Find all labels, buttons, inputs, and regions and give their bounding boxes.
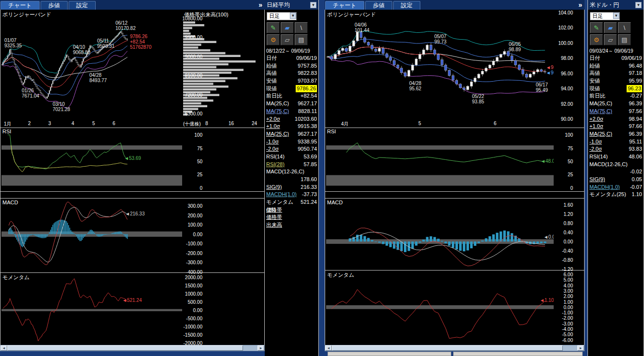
symbol-selector-left[interactable]: 日経平均 ▼	[265, 0, 318, 10]
tab-settings-right[interactable]: 設定	[393, 1, 420, 10]
info-value: -0.07	[630, 184, 642, 191]
indicator-link[interactable]: MA(25,C)	[266, 130, 289, 138]
info-row: 高値97.18	[588, 70, 644, 77]
indicator-link[interactable]: MACDH(1.0)	[589, 184, 620, 191]
print-tool[interactable]: ▤	[618, 34, 631, 45]
macd-chart-left[interactable]	[1, 200, 182, 272]
y-axis-tick: 300.00	[187, 203, 202, 209]
symbol-selector-right[interactable]: 米ドル・円 ▼	[588, 0, 644, 10]
info-label: モメンタム(25)	[589, 191, 626, 199]
h-scrollbar-left[interactable]: ◄ ►	[0, 345, 265, 351]
rsi-chart-right[interactable]	[326, 134, 554, 189]
info-row: 前日比-0.27	[588, 92, 644, 100]
eraser-tool[interactable]: ▱	[604, 34, 617, 45]
scroll-left-button[interactable]: ◄	[0, 345, 7, 351]
panel-splitter-right[interactable]	[325, 192, 584, 199]
info-label: 高値	[589, 70, 600, 77]
tab-chart-left[interactable]: チャート	[0, 1, 40, 10]
pencil-tool[interactable]: ✎	[590, 22, 603, 33]
indicator-link[interactable]: -1.0σ	[589, 138, 602, 146]
macd-chart-right[interactable]	[326, 200, 554, 270]
y-axis-tick: -0.40	[562, 248, 573, 254]
indicator-link[interactable]: +2.0σ	[266, 115, 280, 123]
info-label: モメンタム(25)	[266, 199, 301, 206]
chevron-down-icon[interactable]: ▼	[310, 2, 316, 8]
eraser-tool[interactable]: ▱	[281, 34, 294, 45]
indicator-link[interactable]: +1.0σ	[266, 123, 280, 130]
line-tool[interactable]: \	[295, 22, 308, 33]
candlestick-chart-right[interactable]	[326, 11, 554, 121]
y-axis-tick: 0	[200, 185, 202, 191]
momentum-chart-right[interactable]	[326, 273, 554, 343]
indicator-link[interactable]: 価格帯	[266, 214, 282, 221]
indicator-link[interactable]: 価格帯	[266, 206, 282, 214]
indicator-link[interactable]: -1.0σ	[266, 138, 279, 146]
indicator-link[interactable]: SIG(9)	[589, 176, 605, 184]
settings-gear-tool[interactable]: ⚙	[267, 34, 280, 45]
scroll-right-button[interactable]: ►	[258, 345, 264, 351]
timeframe-selector-left[interactable]: 日足 ▼	[267, 12, 297, 20]
scroll-thumb[interactable]	[332, 345, 563, 351]
y-axis-tick: 1.00	[564, 299, 573, 305]
settings-gear-tool[interactable]: ⚙	[590, 34, 603, 45]
momentum-chart-left[interactable]	[1, 275, 182, 343]
rsi-chart-left[interactable]	[1, 134, 182, 189]
indicator-link[interactable]: MA(75,C)	[266, 108, 289, 115]
y-axis-tick: 0.00	[193, 308, 202, 313]
info-value: 96.48	[629, 62, 642, 70]
info-row: 始値96.48	[588, 62, 644, 70]
timeframe-selector-right[interactable]: 日足 ▼	[590, 12, 620, 20]
info-row: -2.0σ93.83	[588, 145, 644, 153]
info-row: 安値9703.87	[265, 77, 318, 85]
indicator-link[interactable]: +1.0σ	[589, 123, 603, 130]
tab-chart-right[interactable]: チャート	[325, 1, 364, 10]
info-row: 価格帯	[265, 214, 318, 221]
scroll-left-button[interactable]: ◄	[325, 345, 332, 351]
panel-splitter-left[interactable]	[0, 192, 264, 199]
marker-tool[interactable]: ▰	[604, 22, 617, 33]
info-label: 日付	[266, 55, 277, 62]
indicator-link[interactable]: MA(25,C)	[589, 130, 612, 138]
indicator-link[interactable]: SIG(9)	[266, 184, 282, 191]
chevron-down-icon[interactable]: ▼	[290, 13, 296, 19]
print-tool[interactable]: ▤	[295, 34, 308, 45]
indicator-link[interactable]: MACDH(1.0)	[266, 191, 297, 199]
x-axis-tick: 3	[48, 121, 51, 126]
line-tool[interactable]: \	[618, 22, 631, 33]
info-label: 始値	[266, 62, 277, 70]
tab-overflow-icon-right[interactable]: »	[578, 1, 582, 9]
candlestick-chart-left[interactable]	[1, 11, 182, 121]
y-axis-tick: 9000.00	[185, 54, 202, 59]
info-value: -37.73	[302, 191, 317, 199]
y-axis-tick: 3.00	[564, 288, 573, 294]
y-axis-tick: 102.00	[558, 25, 573, 30]
scroll-thumb[interactable]	[7, 345, 243, 351]
chevron-down-icon[interactable]: ▼	[613, 13, 619, 19]
info-row: MA(25,C)9627.17	[265, 130, 318, 138]
scroll-right-button[interactable]: ►	[577, 345, 584, 351]
info-label: MA(25,C)	[266, 100, 289, 108]
y-axis-tick: 8100.00	[185, 73, 202, 78]
h-scrollbar-right[interactable]: ◄ ►	[325, 345, 585, 351]
tab-settings-left[interactable]: 設定	[69, 1, 96, 10]
indicator-link[interactable]: -2.0σ	[266, 145, 279, 153]
pencil-tool[interactable]: ✎	[267, 22, 280, 33]
y-axis-tick: 25	[197, 172, 202, 177]
indicator-link[interactable]: +2.0σ	[589, 115, 603, 123]
y-axis-tick: -6.00	[562, 338, 573, 343]
indicator-link[interactable]: MA(75,C)	[589, 108, 612, 115]
chevron-down-icon[interactable]: ▼	[635, 2, 642, 8]
indicator-link[interactable]: RSI(28)	[266, 161, 285, 169]
tab-quotes-right[interactable]: 歩値	[365, 1, 392, 10]
y-axis-tick: 2.00	[564, 294, 573, 299]
x-axis-left-main: 1月23456	[1, 121, 182, 128]
indicator-link[interactable]: -2.0σ	[589, 145, 602, 153]
macd-title-left: MACD	[2, 199, 18, 205]
info-row: MA(75,C)97.56	[588, 108, 644, 115]
tab-quotes-left[interactable]: 歩値	[41, 1, 68, 10]
info-row: MA(25,C)96.39	[588, 100, 644, 108]
tab-overflow-icon-left[interactable]: »	[258, 1, 262, 9]
y-axis-tick: 6.00	[564, 272, 573, 277]
marker-tool[interactable]: ▰	[281, 22, 294, 33]
indicator-link[interactable]: 出来高	[266, 221, 282, 229]
